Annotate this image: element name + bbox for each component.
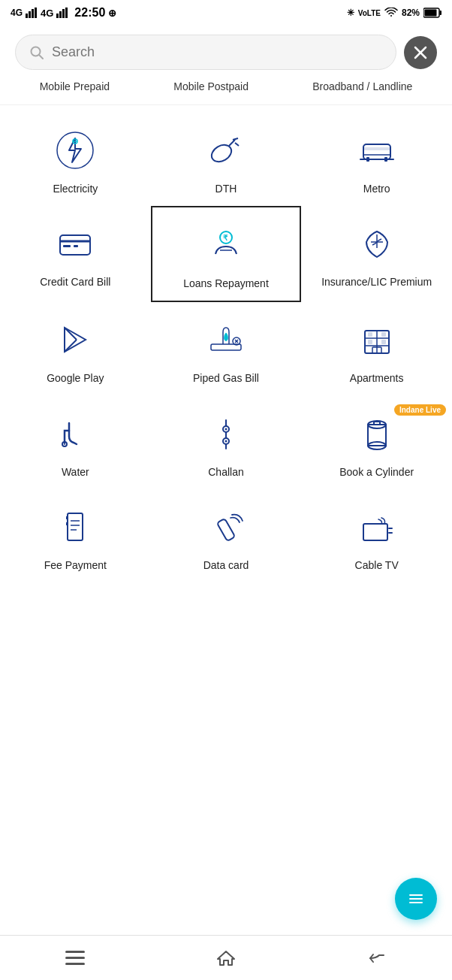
search-icon xyxy=(29,45,44,60)
signal-bars-2 xyxy=(56,8,68,18)
data-card-label: Data card xyxy=(203,558,249,572)
cylinder-icon xyxy=(353,410,401,458)
svg-marker-83 xyxy=(218,951,234,965)
grid-item-metro[interactable]: Metro xyxy=(301,113,452,206)
status-bar: 4G 4G 22:50 ⊕ ✳ VoLTE xyxy=(0,0,452,23)
nav-home-button[interactable] xyxy=(216,948,236,968)
grid-item-data-card[interactable]: Data card xyxy=(151,489,302,582)
google-play-label: Google Play xyxy=(47,371,104,385)
svg-rect-49 xyxy=(368,340,372,344)
data-card-icon xyxy=(202,503,250,551)
fee-icon xyxy=(51,503,99,551)
google-play-icon xyxy=(51,316,99,364)
svg-rect-78 xyxy=(409,898,423,900)
cable-tv-label: Cable TV xyxy=(355,558,399,572)
svg-rect-77 xyxy=(409,894,423,896)
search-input[interactable] xyxy=(52,44,382,60)
fab-button[interactable] xyxy=(395,878,437,920)
nav-back-button[interactable] xyxy=(367,948,387,968)
dth-icon xyxy=(202,126,250,174)
svg-rect-6 xyxy=(62,9,65,18)
svg-rect-72 xyxy=(66,522,68,525)
svg-rect-29 xyxy=(63,245,71,247)
cable-tv-icon xyxy=(353,503,401,551)
metro-icon xyxy=(353,126,401,174)
grid-item-challan[interactable]: Challan xyxy=(151,396,302,489)
svg-rect-3 xyxy=(35,8,37,18)
credit-card-label: Credit Card Bill xyxy=(40,275,110,289)
grid-item-google-play[interactable]: Google Play xyxy=(0,302,151,395)
insurance-icon xyxy=(353,219,401,268)
svg-rect-0 xyxy=(26,14,28,18)
grid-item-apartments[interactable]: Apartments xyxy=(301,302,452,395)
svg-line-18 xyxy=(229,140,235,146)
credit-card-icon xyxy=(51,219,99,268)
svg-rect-1 xyxy=(29,11,31,18)
grid-item-cable-tv[interactable]: Cable TV xyxy=(301,489,452,582)
grid-item-fee[interactable]: Fee Payment xyxy=(0,489,151,582)
quick-link-mobile-prepaid[interactable]: Mobile Prepaid xyxy=(40,80,110,92)
search-bar[interactable] xyxy=(15,35,396,70)
metro-label: Metro xyxy=(363,182,390,195)
svg-rect-2 xyxy=(32,9,34,18)
svg-rect-73 xyxy=(217,519,235,541)
apartments-icon xyxy=(353,316,401,364)
grid-item-piped-gas[interactable]: Piped Gas Bill xyxy=(151,302,302,395)
close-button[interactable] xyxy=(404,36,437,69)
water-label: Water xyxy=(62,465,89,479)
status-left: 4G 4G 22:50 ⊕ xyxy=(11,6,116,20)
cylinder-label: Book a Cylinder xyxy=(339,465,414,479)
svg-rect-71 xyxy=(66,516,68,519)
grid-item-loans[interactable]: ₹ Loans Repayment xyxy=(151,206,302,302)
grid-item-credit-card[interactable]: Credit Card Bill xyxy=(0,206,151,302)
svg-rect-22 xyxy=(363,147,390,150)
svg-point-53 xyxy=(64,443,65,445)
svg-rect-30 xyxy=(74,245,78,247)
svg-rect-7 xyxy=(65,8,68,18)
nav-icon: ⊕ xyxy=(108,8,116,19)
insurance-label: Insurance/LIC Premium xyxy=(321,275,432,289)
grid-item-dth[interactable]: DTH xyxy=(151,113,302,206)
battery-icon xyxy=(423,8,441,18)
quick-links: Mobile Prepaid Mobile Postpaid Broadband… xyxy=(0,77,452,105)
svg-line-20 xyxy=(235,143,239,146)
loans-label: Loans Repayment xyxy=(183,277,269,290)
piped-gas-label: Piped Gas Bill xyxy=(193,371,259,385)
challan-label: Challan xyxy=(208,465,243,479)
svg-rect-47 xyxy=(368,332,372,337)
grid-item-electricity[interactable]: Electricity xyxy=(0,113,151,206)
network-4g-2: 4G xyxy=(41,8,53,19)
svg-rect-79 xyxy=(409,902,423,903)
svg-line-12 xyxy=(39,55,43,59)
quick-link-broadband[interactable]: Broadband / Landline xyxy=(312,80,412,92)
svg-rect-9 xyxy=(440,11,442,15)
bluetooth-icon: ✳ xyxy=(347,8,354,18)
electricity-label: Electricity xyxy=(53,182,98,195)
apartments-label: Apartments xyxy=(350,371,404,385)
svg-rect-5 xyxy=(59,11,62,18)
volte-icon: VoLTE xyxy=(358,9,381,17)
quick-link-mobile-postpaid[interactable]: Mobile Postpaid xyxy=(173,80,249,92)
nav-menu-button[interactable] xyxy=(65,951,85,966)
fee-label: Fee Payment xyxy=(44,558,107,572)
electricity-icon xyxy=(51,126,99,174)
time-display: 22:50 xyxy=(74,6,105,20)
battery-percent: 82% xyxy=(402,8,420,18)
water-icon xyxy=(51,410,99,458)
svg-rect-67 xyxy=(68,513,83,540)
status-right: ✳ VoLTE 82% xyxy=(347,8,441,18)
wifi-icon xyxy=(384,8,398,18)
svg-rect-82 xyxy=(65,963,85,965)
search-container xyxy=(0,23,452,77)
grid-item-water[interactable]: Water xyxy=(0,396,151,489)
indane-badge: Indane Live xyxy=(394,404,446,416)
bottom-nav xyxy=(0,935,452,980)
loans-icon: ₹ xyxy=(202,221,250,269)
svg-rect-4 xyxy=(56,14,59,18)
indane-badge-wrap: Indane Live xyxy=(394,402,446,416)
svg-point-56 xyxy=(224,428,227,430)
grid-item-insurance[interactable]: Insurance/LIC Premium xyxy=(301,206,452,302)
services-grid: Electricity DTH Metro xyxy=(0,105,452,643)
challan-icon xyxy=(202,410,250,458)
grid-item-cylinder[interactable]: Indane Live Book a Cylinder xyxy=(301,396,452,489)
